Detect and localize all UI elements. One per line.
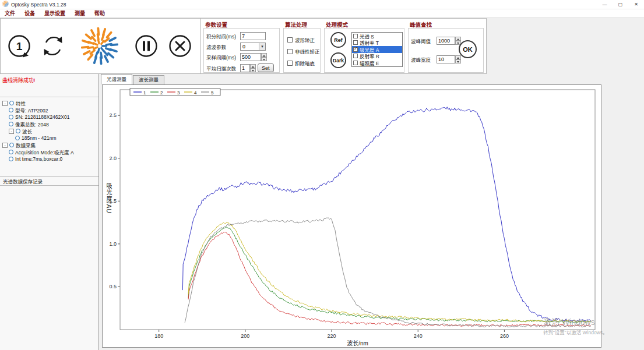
mode-item-label: 吸光度 A — [360, 46, 379, 53]
y-axis-label: 吸光度/AU — [104, 183, 113, 214]
single-scan-icon: 1 — [6, 33, 32, 59]
optosky-logo-icon — [81, 27, 118, 65]
tree-item[interactable]: -波长 — [0, 128, 98, 135]
peak-width-input[interactable] — [437, 55, 455, 63]
checkbox-icon[interactable] — [353, 54, 358, 58]
svg-text:220: 220 — [328, 333, 336, 339]
set-button[interactable]: Set — [258, 63, 274, 72]
spin-up-icon[interactable] — [250, 64, 256, 68]
checkbox-icon[interactable] — [353, 34, 358, 38]
tree-expander-icon[interactable]: - — [2, 143, 8, 148]
tree-item[interactable]: Int time:7ms,boxcar:0 — [0, 155, 98, 162]
svg-text:5: 5 — [211, 90, 214, 96]
checkbox-icon[interactable] — [287, 37, 293, 43]
ok-button[interactable]: OK — [459, 40, 477, 58]
svg-text:0.5: 0.5 — [109, 284, 117, 289]
peak-width-spinner[interactable] — [455, 55, 461, 63]
checkbox-icon[interactable] — [287, 49, 293, 54]
stop-button[interactable] — [167, 33, 193, 59]
algorithm-title: 算法处理 — [285, 20, 307, 29]
peak-find-panel: 峰值查找 波峰阈值 波峰宽度 OK — [407, 19, 485, 75]
mode-item[interactable]: 辐照度 E — [352, 59, 402, 66]
mode-item-label: 光谱 S — [360, 33, 374, 40]
spin-up-icon[interactable] — [261, 53, 267, 57]
avg-scans-spinner[interactable] — [250, 64, 256, 72]
peak-find-title: 峰值查找 — [410, 20, 432, 29]
tree-item[interactable]: -数据采集 — [0, 142, 98, 149]
algo-option[interactable]: 扣除暗底 — [287, 59, 315, 66]
integration-time-input[interactable] — [240, 32, 266, 40]
status-message: 曲线清除成功! — [2, 77, 36, 83]
svg-text:200: 200 — [241, 333, 249, 339]
svg-text:2.5: 2.5 — [109, 112, 117, 118]
mode-item[interactable]: 透射率 T — [352, 40, 402, 47]
mode-item[interactable]: 光谱 S — [352, 33, 402, 40]
ref-button[interactable]: Ref — [330, 32, 346, 48]
pause-button[interactable] — [133, 33, 159, 59]
checkbox-icon[interactable] — [353, 47, 358, 52]
param-settings-title: 参数设置 — [205, 20, 227, 29]
tree-item-label: 185nm - 421nm — [22, 135, 57, 141]
spin-up-icon[interactable] — [455, 37, 461, 41]
mode-item[interactable]: 吸光度 A — [352, 46, 402, 53]
tree-item[interactable]: -特性 — [0, 100, 98, 107]
algo-option[interactable]: 非线性矫正 — [287, 48, 320, 55]
tree-item-label: 波长 — [22, 128, 32, 135]
avg-scans-input[interactable] — [240, 64, 250, 72]
menu-item-1[interactable]: 设备 — [20, 9, 40, 18]
tab-1[interactable]: 波长测量 — [133, 75, 164, 84]
tree-item[interactable]: 185nm - 421nm — [0, 135, 98, 142]
chevron-down-icon[interactable]: ▾ — [259, 43, 265, 50]
watermark-line1: 激活 Windows — [543, 316, 608, 327]
svg-text:1: 1 — [16, 40, 23, 52]
sidebar: 曲线清除成功! -特性型号: ATP2002SN: 21281188X2462X… — [0, 74, 99, 350]
algorithm-checkbox-group: 波形矫正非线性矫正扣除暗底 — [283, 28, 321, 73]
tree-expander-icon[interactable]: - — [9, 129, 14, 134]
algo-option[interactable]: 波形矫正 — [287, 36, 315, 43]
menu-item-0[interactable]: 文件 — [0, 9, 20, 18]
checkbox-icon[interactable] — [353, 61, 358, 65]
svg-text:180: 180 — [154, 333, 163, 339]
sample-interval-input[interactable] — [240, 53, 261, 61]
spin-down-icon[interactable] — [455, 59, 461, 63]
save-record-section[interactable]: 光谱数据保存记录 — [0, 176, 98, 186]
filter-param-label: 滤波参数 — [206, 43, 240, 50]
process-mode-box: Ref Dark 光谱 S透射率 T吸光度 A反射率 R辐照度 E — [324, 28, 404, 73]
tree-item[interactable]: Acquisition Mode:吸光度 A — [0, 149, 98, 155]
checkbox-icon[interactable] — [287, 61, 293, 66]
single-scan-button[interactable]: 1 — [6, 33, 32, 59]
filter-param-select[interactable]: 0 ▾ — [240, 43, 266, 51]
dark-button[interactable]: Dark — [330, 52, 346, 68]
filter-param-value: 0 — [241, 44, 259, 50]
peak-find-box: 波峰阈值 波峰宽度 OK — [408, 28, 484, 73]
tree-item[interactable]: 像素总数: 2048 — [0, 121, 98, 128]
menu-item-4[interactable]: 帮助 — [90, 9, 110, 18]
tree-item[interactable]: SN: 21281188X2462X01 — [0, 114, 98, 121]
tree-expander-icon[interactable]: - — [2, 101, 8, 106]
mode-list: 光谱 S透射率 T吸光度 A反射率 R辐照度 E — [351, 32, 403, 67]
continuous-scan-button[interactable] — [40, 33, 66, 59]
menu-item-3[interactable]: 测量 — [70, 9, 90, 18]
peak-threshold-input[interactable] — [437, 37, 455, 45]
spin-up-icon[interactable] — [455, 55, 461, 59]
spin-down-icon[interactable] — [261, 57, 267, 61]
chart-panel: 1802002202402600.51.01.52.02.5波长/nm12345… — [102, 84, 601, 348]
minimize-button-icon[interactable]: — — [597, 0, 613, 9]
window-title: Optosky Spectra V3.1.28 — [11, 2, 66, 8]
sample-interval-spinner[interactable] — [261, 53, 267, 61]
tree-item-label: Acquisition Mode:吸光度 A — [15, 149, 74, 155]
maximize-button-icon[interactable]: ▢ — [613, 0, 628, 9]
checkbox-icon[interactable] — [353, 40, 358, 45]
app-logo-icon — [2, 1, 9, 8]
tab-0[interactable]: 光谱测量 — [101, 74, 132, 84]
mode-item[interactable]: 反射率 R — [352, 53, 402, 60]
menu-item-2[interactable]: 显示设置 — [40, 9, 70, 18]
tree-item[interactable]: 型号: ATP2002 — [0, 107, 98, 114]
main-area: 光谱测量波长测量 1802002202402600.51.01.52.02.5波… — [99, 74, 644, 350]
peak-threshold-label: 波峰阈值 — [411, 37, 437, 44]
close-button-icon[interactable]: ✕ — [628, 0, 644, 9]
tree-node-icon — [9, 143, 14, 147]
spin-down-icon[interactable] — [250, 68, 256, 72]
peak-width-label: 波峰宽度 — [411, 56, 437, 63]
tree-node-icon — [9, 122, 13, 126]
